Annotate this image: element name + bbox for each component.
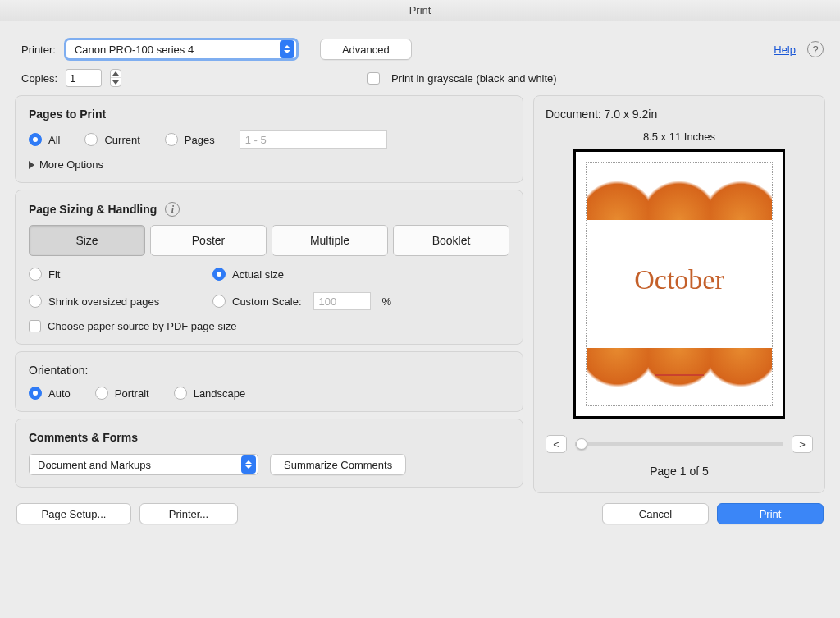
- prev-page-button[interactable]: <: [546, 435, 567, 453]
- doc-size-label: Document: 7.0 x 9.2in: [546, 108, 813, 121]
- custom-radio[interactable]: [212, 295, 226, 308]
- percent-label: %: [382, 295, 392, 308]
- fit-radio[interactable]: [29, 268, 42, 281]
- next-page-button[interactable]: >: [792, 435, 813, 453]
- sizing-tabs: Size Poster Multiple Booklet: [29, 225, 509, 256]
- sizing-heading: Page Sizing & Handling: [29, 203, 157, 216]
- window-title: Print: [409, 4, 431, 16]
- printer-value: Canon PRO-100 series 4: [66, 40, 280, 58]
- actual-label: Actual size: [232, 268, 284, 281]
- orientation-heading: Orientation:: [29, 364, 509, 377]
- info-icon[interactable]: i: [165, 202, 180, 217]
- pages-all-label: All: [48, 134, 60, 146]
- page-slider[interactable]: [575, 437, 783, 451]
- preview-panel: Document: 7.0 x 9.2in 8.5 x 11 Inches Oc…: [533, 95, 825, 493]
- comments-mode-select[interactable]: Document and Markups: [29, 454, 258, 475]
- tab-booklet[interactable]: Booklet: [393, 225, 509, 256]
- page-indicator: Page 1 of 5: [546, 465, 813, 478]
- copies-input[interactable]: 1: [66, 69, 102, 87]
- print-button[interactable]: Print: [717, 503, 824, 524]
- copies-label: Copies:: [21, 72, 57, 85]
- choose-paper-checkbox[interactable]: [29, 320, 41, 332]
- tab-size[interactable]: Size: [29, 225, 145, 256]
- pages-range-label: Pages: [185, 134, 215, 146]
- orient-auto-radio[interactable]: [29, 387, 42, 400]
- pages-range-radio[interactable]: [165, 133, 178, 146]
- preview-month-text: October: [587, 264, 772, 295]
- paper-size-label: 8.5 x 11 Inches: [546, 130, 813, 143]
- more-options-toggle[interactable]: More Options: [29, 158, 509, 171]
- window-titlebar: Print: [0, 0, 840, 21]
- help-icon[interactable]: ?: [807, 41, 824, 57]
- orientation-panel: Orientation: Auto Portrait Landscape: [15, 351, 523, 412]
- pages-heading: Pages to Print: [29, 108, 509, 121]
- shrink-radio[interactable]: [29, 295, 42, 308]
- pages-range-placeholder: 1 - 5: [245, 134, 267, 146]
- printer-select[interactable]: Canon PRO-100 series 4: [64, 38, 299, 61]
- copies-value: 1: [70, 72, 75, 85]
- tab-poster[interactable]: Poster: [150, 225, 267, 256]
- preview-artwork: October: [587, 163, 772, 405]
- orient-portrait-label: Portrait: [115, 387, 149, 400]
- comments-mode-value: Document and Markups: [30, 459, 241, 471]
- pages-current-label: Current: [104, 134, 139, 146]
- orient-portrait-radio[interactable]: [95, 387, 108, 400]
- pages-all-radio[interactable]: [29, 133, 42, 146]
- page-preview: October: [573, 149, 785, 419]
- chevron-updown-icon: [280, 40, 294, 58]
- custom-label: Custom Scale:: [232, 295, 302, 308]
- summarize-comments-button[interactable]: Summarize Comments: [270, 454, 406, 475]
- page-setup-button[interactable]: Page Setup...: [16, 503, 131, 524]
- chevron-updown-icon: [241, 455, 256, 474]
- pages-current-radio[interactable]: [84, 133, 98, 146]
- printer-label: Printer:: [21, 43, 56, 56]
- copies-stepper[interactable]: [110, 69, 121, 87]
- comments-panel: Comments & Forms Document and Markups Su…: [15, 419, 523, 488]
- orient-auto-label: Auto: [48, 387, 71, 400]
- orient-landscape-label: Landscape: [194, 387, 246, 400]
- custom-scale-input[interactable]: 100: [313, 292, 371, 310]
- grayscale-label: Print in grayscale (black and white): [391, 72, 557, 85]
- pages-panel: Pages to Print All Current Pages: [15, 95, 523, 183]
- comments-heading: Comments & Forms: [29, 431, 509, 444]
- printer-button[interactable]: Printer...: [139, 503, 238, 524]
- chevron-right-icon: [29, 161, 34, 169]
- shrink-label: Shrink oversized pages: [48, 295, 159, 308]
- help-link[interactable]: Help: [774, 43, 796, 56]
- orient-landscape-radio[interactable]: [174, 387, 187, 400]
- sizing-panel: Page Sizing & Handling i Size Poster Mul…: [15, 190, 523, 345]
- pages-range-input[interactable]: 1 - 5: [240, 130, 387, 149]
- cancel-button[interactable]: Cancel: [602, 503, 709, 524]
- advanced-button[interactable]: Advanced: [320, 39, 412, 60]
- slider-thumb[interactable]: [576, 438, 587, 450]
- more-options-label: More Options: [39, 158, 103, 171]
- tab-multiple[interactable]: Multiple: [272, 225, 388, 256]
- custom-scale-value: 100: [319, 295, 337, 308]
- grayscale-checkbox[interactable]: [368, 72, 380, 85]
- actual-radio[interactable]: [212, 268, 226, 281]
- choose-paper-label: Choose paper source by PDF page size: [48, 320, 237, 332]
- fit-label: Fit: [48, 268, 60, 281]
